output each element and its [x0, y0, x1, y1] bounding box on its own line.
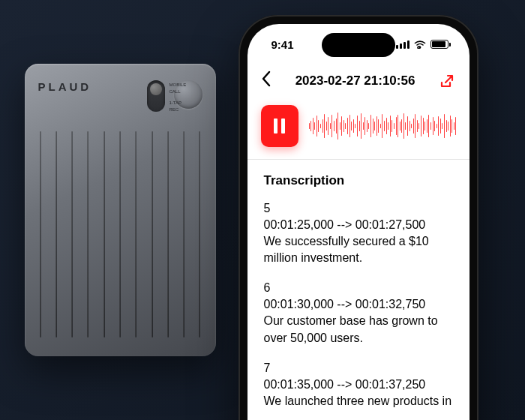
wave-bar [347, 118, 348, 134]
wave-bar [361, 113, 362, 139]
transcript-segment[interactable]: 600:01:30,000 --> 00:01:32,750Our custom… [264, 280, 453, 346]
wave-bar [410, 121, 410, 131]
segment-timestamp: 00:01:25,000 --> 00:01:27,500 [264, 217, 453, 233]
nav-bar: 2023-02-27 21:10:56 [248, 64, 470, 98]
wave-bar [378, 119, 379, 133]
transcript-segment[interactable]: 700:01:35,000 --> 00:01:37,250We launche… [264, 360, 453, 410]
wave-bar [380, 124, 381, 128]
wave-bar [390, 116, 391, 136]
transcription-panel: Transcription 500:01:25,000 --> 00:01:27… [248, 166, 470, 420]
wave-bar [350, 115, 350, 137]
segment-timestamp: 00:01:35,000 --> 00:01:37,250 [264, 376, 453, 393]
audio-player [248, 98, 470, 159]
wave-bar [436, 124, 437, 128]
wave-bar [316, 116, 317, 136]
wave-bar [427, 119, 428, 133]
wave-bar [322, 119, 323, 133]
wave-bar [370, 115, 371, 137]
waveform[interactable] [309, 107, 456, 145]
battery-icon [430, 40, 448, 49]
back-button[interactable] [261, 70, 272, 92]
wave-bar [392, 120, 392, 132]
wave-bar [452, 119, 452, 133]
wave-bar [430, 122, 431, 130]
wave-bar [320, 124, 321, 128]
wave-bar [394, 123, 394, 129]
wave-bar [407, 116, 408, 136]
wave-bar [313, 118, 314, 134]
segment-text: Our customer base has grown to over 50,0… [264, 313, 453, 346]
segment-index: 7 [264, 360, 453, 376]
wave-bar [310, 121, 311, 131]
wave-bar [355, 124, 356, 128]
segment-text: We launched three new products in [264, 393, 453, 410]
wave-bar [340, 122, 340, 130]
wave-bar [438, 116, 439, 136]
wave-bar [374, 122, 375, 130]
wave-bar [382, 114, 382, 138]
wave-bar [326, 122, 327, 130]
mode-slider: MOBILE CALL 1-TAP REC [147, 80, 165, 112]
wave-bar [367, 120, 368, 132]
wave-bar [413, 118, 414, 134]
wave-bar [324, 114, 325, 138]
wave-bar [364, 117, 365, 135]
wave-bar [446, 120, 447, 132]
wave-bar [344, 120, 344, 132]
wave-bar [363, 122, 364, 130]
recording-title: 2023-02-27 21:10:56 [296, 74, 416, 88]
plaud-recorder-device: PLAUD MOBILE CALL 1-TAP REC [25, 64, 216, 356]
iphone-frame: 9:41 2023-02-27 21:10:56 [238, 15, 478, 420]
wave-bar [401, 119, 402, 133]
wave-bar [405, 122, 406, 130]
svg-point-0 [418, 46, 421, 49]
device-grooves [40, 131, 201, 338]
cellular-icon [396, 40, 410, 49]
segment-index: 6 [264, 280, 453, 296]
wave-bar [400, 122, 400, 130]
wave-bar [373, 118, 374, 134]
wave-bar [345, 123, 346, 129]
wifi-icon [414, 40, 426, 49]
wave-bar [341, 116, 342, 136]
wave-bar [434, 121, 435, 131]
wave-bar [418, 123, 419, 129]
transcription-heading: Transcription [264, 173, 453, 188]
pause-button[interactable] [261, 105, 298, 147]
wave-bar [404, 113, 404, 139]
transcript-segment[interactable]: 500:01:25,000 --> 00:01:27,500We success… [264, 200, 453, 266]
wave-bar [384, 121, 385, 131]
wave-bar [396, 117, 397, 135]
segment-index: 5 [264, 200, 453, 217]
wave-bar [332, 115, 332, 137]
wave-bar [428, 115, 429, 137]
wave-bar [334, 121, 334, 131]
wave-bar [328, 117, 328, 135]
wave-bar [368, 123, 369, 129]
wave-bar [309, 123, 310, 129]
wave-bar [424, 122, 425, 130]
wave-bar [351, 122, 352, 130]
wave-bar [415, 114, 416, 138]
wave-bar [338, 112, 338, 140]
wave-bar [376, 116, 377, 136]
device-brand: PLAUD [38, 80, 92, 93]
divider [248, 159, 470, 160]
phone-screen: 9:41 2023-02-27 21:10:56 [248, 24, 470, 420]
wave-bar [336, 118, 337, 134]
wave-bar [450, 116, 451, 136]
wave-bar [421, 116, 422, 136]
wave-bar [353, 119, 354, 133]
wave-bar [433, 117, 434, 135]
wave-bar [448, 122, 448, 130]
wave-bar [314, 122, 315, 130]
dynamic-island [322, 33, 395, 57]
wave-bar [386, 118, 387, 134]
segment-timestamp: 00:01:30,000 --> 00:01:32,750 [264, 296, 453, 313]
share-button[interactable] [439, 73, 455, 89]
status-time: 9:41 [272, 38, 294, 51]
wave-bar [417, 120, 418, 132]
wave-bar [454, 122, 454, 130]
wave-bar [359, 121, 360, 131]
wave-bar [388, 122, 388, 130]
